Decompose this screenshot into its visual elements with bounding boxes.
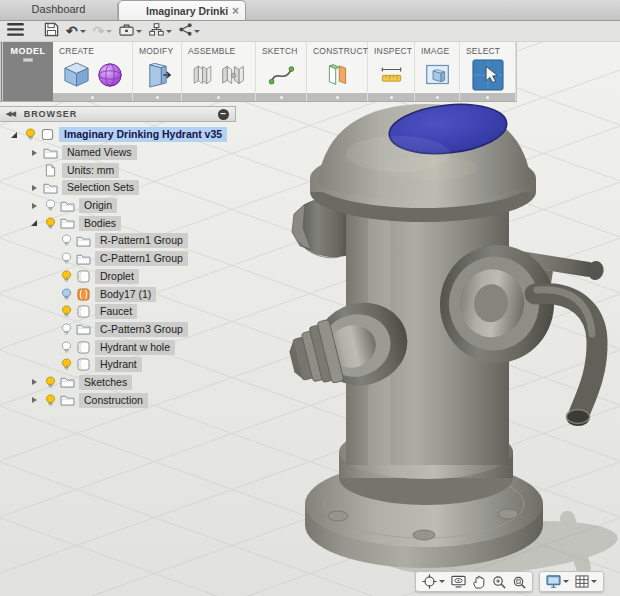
visibility-bulb-icon[interactable] [42, 217, 59, 230]
redo-icon: ↷ [93, 22, 105, 40]
browser-collapse-button[interactable]: − [218, 109, 229, 120]
visibility-bulb-icon[interactable] [58, 358, 75, 371]
collapse-chevrons-icon[interactable]: ◀◀ [6, 110, 15, 118]
tab-active-document[interactable]: Imaginary Drinki... × [118, 0, 246, 20]
dropdown-caret-icon[interactable] [194, 30, 200, 33]
visibility-bulb-icon[interactable] [58, 288, 75, 301]
folder-icon [75, 253, 92, 265]
save-button[interactable] [41, 21, 62, 42]
tree-item-c-pattern1-group[interactable]: C-Pattern1 Group [0, 250, 236, 268]
zoomio-icon [492, 575, 506, 589]
visibility-bulb-icon[interactable] [42, 376, 59, 389]
joint-tool-button[interactable] [190, 61, 215, 88]
close-icon[interactable]: × [232, 6, 239, 16]
tree-item-selection-sets[interactable]: Selection Sets [0, 179, 236, 197]
tree-item-label: Named Views [62, 145, 137, 160]
zoom-button[interactable] [489, 574, 509, 590]
pan-icon [472, 575, 486, 589]
dropdown-caret-icon[interactable] [80, 30, 86, 33]
dropdown-caret-icon[interactable] [106, 30, 112, 33]
manage-button[interactable] [146, 21, 175, 41]
visibility-bulb-icon[interactable] [58, 234, 75, 247]
dropdown-caret-icon[interactable] [439, 580, 445, 583]
body-icon [75, 358, 92, 371]
pan-button[interactable] [469, 574, 489, 590]
visibility-bulb-icon[interactable] [58, 305, 75, 318]
tree-item-bodies[interactable]: Bodies [0, 214, 236, 232]
share-button[interactable] [176, 21, 203, 41]
folder-icon [75, 235, 92, 247]
expand-toggle[interactable] [26, 397, 42, 403]
workspace-label: MODEL [11, 46, 46, 56]
tree-item-body17-1[interactable]: Body17 (1) [0, 285, 236, 303]
cube-tool-button[interactable] [62, 60, 91, 89]
tree-item-imaginary-drinking-hydrant-v35[interactable]: Imaginary Drinking Hydrant v35 [0, 126, 236, 144]
tree-item-droplet[interactable]: Droplet [0, 268, 236, 286]
tree-item-origin[interactable]: Origin [0, 197, 236, 215]
ribbon-section-inspect: INSPECT [368, 42, 415, 101]
visibility-bulb-icon[interactable] [58, 270, 75, 283]
joint2-tool-button[interactable] [220, 61, 247, 88]
expand-toggle[interactable] [6, 132, 22, 138]
tree-item-units-mm[interactable]: Units: mm [0, 161, 236, 179]
undo-icon: ↶ [66, 22, 78, 40]
view-navigation-bar [415, 571, 604, 592]
tree-item-hydrant[interactable]: Hydrant [0, 356, 236, 374]
tree-item-label: C-Pattern1 Group [95, 251, 188, 266]
selectcursor-tool-button[interactable] [472, 59, 504, 91]
workspace-switcher[interactable]: MODEL [0, 42, 53, 101]
document-tab-bar: Dashboard Imaginary Drinki... × [0, 0, 620, 21]
body-icon [75, 270, 92, 283]
dropdown-caret-icon[interactable] [591, 580, 597, 583]
file-options-button[interactable] [116, 21, 145, 41]
rootdoc-icon [39, 128, 56, 141]
tree-item-faucet[interactable]: Faucet [0, 303, 236, 321]
fit-button[interactable] [509, 574, 529, 590]
visibility-bulb-icon[interactable] [42, 199, 59, 212]
tree-item-r-pattern1-group[interactable]: R-Pattern1 Group [0, 232, 236, 250]
body-icon [75, 341, 92, 354]
ribbon-section-label: INSPECT [374, 46, 414, 56]
tree-item-label: Body17 (1) [95, 287, 156, 302]
expand-toggle[interactable] [26, 185, 42, 191]
expand-toggle[interactable] [26, 203, 42, 209]
display-settings-button[interactable] [543, 574, 572, 589]
nav-group [539, 571, 604, 592]
canvas-tool-button[interactable] [423, 61, 452, 88]
expand-toggle[interactable] [26, 150, 42, 156]
app-menu-button[interactable] [4, 21, 27, 41]
ribbon-section-label: CREATE [59, 46, 132, 56]
look-at-button[interactable] [448, 574, 469, 589]
measure-tool-button[interactable] [377, 62, 406, 87]
tree-item-c-pattern3-group[interactable]: C-Pattern3 Group [0, 321, 236, 339]
lookat-icon [451, 575, 466, 588]
tree-item-hydrant-w-hole[interactable]: Hydrant w hole [0, 338, 236, 356]
grid-settings-button[interactable] [572, 574, 600, 589]
visibility-bulb-icon[interactable] [22, 128, 39, 141]
sphere-tool-button[interactable] [96, 61, 124, 89]
visibility-bulb-icon[interactable] [42, 394, 59, 407]
hamburger-icon [7, 22, 24, 40]
tree-item-construction[interactable]: Construction [0, 391, 236, 409]
visibility-bulb-icon[interactable] [58, 252, 75, 265]
tree-item-named-views[interactable]: Named Views [0, 144, 236, 162]
dropdown-caret-icon[interactable] [136, 30, 142, 33]
tree-item-sketches[interactable]: Sketches [0, 374, 236, 392]
expand-toggle[interactable] [26, 220, 42, 226]
expand-toggle[interactable] [26, 379, 42, 385]
page-icon [42, 164, 59, 177]
undo-button[interactable]: ↶ [63, 21, 89, 41]
orbit-button[interactable] [419, 573, 448, 590]
spline-tool-button[interactable] [267, 61, 296, 88]
tab-dashboard[interactable]: Dashboard [0, 3, 118, 20]
browser-header[interactable]: ◀◀ BROWSER − [0, 106, 236, 122]
toolbox-icon [119, 22, 134, 40]
dropdown-caret-icon[interactable] [166, 30, 172, 33]
plane-tool-button[interactable] [323, 61, 352, 88]
visibility-bulb-icon[interactable] [58, 341, 75, 354]
presspull-tool-button[interactable] [143, 60, 172, 89]
visibility-bulb-icon[interactable] [58, 323, 75, 336]
redo-button[interactable]: ↷ [90, 21, 116, 41]
dropdown-caret-icon[interactable] [563, 580, 569, 583]
folder-icon [59, 217, 76, 229]
